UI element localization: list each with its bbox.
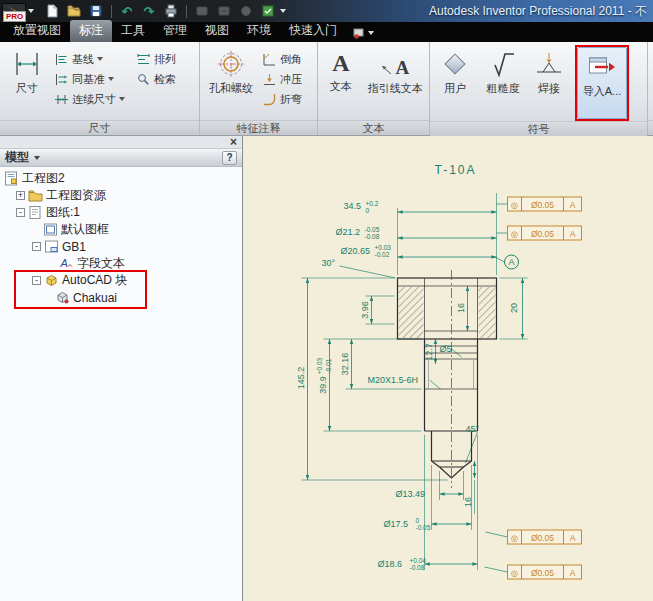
dim-39-9: 39.9 xyxy=(318,376,328,394)
expander-plus-icon[interactable]: + xyxy=(16,191,25,200)
dim-45deg: 45° xyxy=(466,424,480,434)
tab-annotate[interactable]: 标注 xyxy=(70,20,112,42)
panel-label-text[interactable]: 文本 xyxy=(318,120,429,135)
surface-texture-button[interactable]: 粗糙度 xyxy=(477,45,529,121)
dimension-button[interactable]: 尺寸 xyxy=(3,45,51,120)
surface-texture-label: 粗糙度 xyxy=(487,82,520,94)
tab-tools[interactable]: 工具 xyxy=(112,20,154,42)
tab-place-views[interactable]: 放置视图 xyxy=(4,20,70,42)
fcf-datum: A xyxy=(570,200,576,210)
tree-item-drawing2[interactable]: 工程图2 xyxy=(0,170,242,187)
chain-dimension-button[interactable]: 连续尺寸 xyxy=(51,89,133,109)
application-menu-button[interactable]: PRO xyxy=(2,0,38,22)
fcf-symbol: ◎ xyxy=(511,533,518,543)
bend-label: 折弯 xyxy=(280,92,302,107)
user-symbol-icon xyxy=(440,49,470,79)
tree-label-gb1: GB1 xyxy=(62,240,86,254)
panel-label-dimension[interactable]: 尺寸 xyxy=(0,120,199,135)
browser-tree: 工程图2 + 工程图资源 - 图纸:1 默认图框 - GB1 xyxy=(0,167,242,601)
tree-item-sheet1[interactable]: - 图纸:1 xyxy=(0,204,242,221)
qat-overflow-caret-icon[interactable] xyxy=(280,9,286,13)
same-datum-caret-icon xyxy=(108,77,114,81)
text-button[interactable]: A 文本 xyxy=(321,45,361,120)
same-datum-icon xyxy=(54,72,69,87)
tab-view[interactable]: 视图 xyxy=(196,20,238,42)
dim-20-65: Ø20.65 xyxy=(341,246,371,256)
dim-17-5: Ø17.5 xyxy=(384,519,409,529)
baseline-dimension-button[interactable]: 基线 xyxy=(51,49,133,69)
open-folder-icon xyxy=(66,3,82,19)
new-document-button[interactable] xyxy=(42,2,62,20)
redo-icon: ↷ xyxy=(144,5,155,18)
drawing-canvas[interactable]: ◎ Ø0.05 A ◎ Ø0.05 A ◎ Ø0.05 A ◎ xyxy=(243,136,653,601)
panel-label-feature-notes[interactable]: 特征注释 xyxy=(200,120,317,135)
fcf-datum: A xyxy=(570,533,576,543)
tree-label-drawing2: 工程图2 xyxy=(22,170,65,187)
ribbon-options-button[interactable] xyxy=(352,27,374,42)
save-button[interactable] xyxy=(86,2,106,20)
app-menu-caret-icon xyxy=(28,9,34,13)
import-autocad-button[interactable]: 导入A... xyxy=(577,47,627,119)
hole-thread-note-button[interactable]: 孔和螺纹 xyxy=(203,45,259,120)
redo-button[interactable]: ↷ xyxy=(139,2,159,20)
tab-manage[interactable]: 管理 xyxy=(154,20,196,42)
expander-minus-icon[interactable]: - xyxy=(16,208,25,217)
open-button[interactable] xyxy=(64,2,84,20)
undo-button[interactable]: ↶ xyxy=(117,2,137,20)
tree-item-chakuai[interactable]: Chakuai xyxy=(0,289,242,306)
bend-note-button[interactable]: 折弯 xyxy=(259,89,311,109)
appearance-button[interactable] xyxy=(236,2,256,20)
border-frame-icon xyxy=(43,222,58,237)
close-browser-button[interactable]: × xyxy=(225,137,242,148)
retrieve-button[interactable]: 检索 xyxy=(133,69,189,89)
measure-button[interactable] xyxy=(214,2,234,20)
dim-12-7: 12.7 xyxy=(424,343,434,361)
dim-21-2: Ø21.2 xyxy=(336,227,361,237)
fcf-datum: A xyxy=(570,229,576,239)
arrange-button[interactable]: 排列 xyxy=(133,49,189,69)
tab-get-started[interactable]: 快速入门 xyxy=(280,20,346,42)
punch-note-button[interactable]: 冲压 xyxy=(259,69,311,89)
expander-minus-icon[interactable]: - xyxy=(32,276,41,285)
tree-item-field-text[interactable]: A 字段文本 xyxy=(0,255,242,272)
update-button[interactable] xyxy=(258,2,278,20)
save-icon xyxy=(88,3,104,19)
chamfer-note-button[interactable]: 倒角 xyxy=(259,49,311,69)
panel-label-symbols[interactable]: 符号 xyxy=(430,121,647,136)
same-datum-button[interactable]: 同基准 xyxy=(51,69,133,89)
drawing-canvas-area[interactable]: ◎ Ø0.05 A ◎ Ø0.05 A ◎ Ø0.05 A ◎ xyxy=(243,136,653,601)
panel-text: A 文本 A 指引线文本 文本 xyxy=(318,42,430,135)
chamfer-label: 倒角 xyxy=(280,52,302,67)
dim-18-6: Ø18.6 xyxy=(378,559,403,569)
browser-header[interactable]: 模型 ? xyxy=(0,149,242,167)
print-button[interactable] xyxy=(161,2,181,20)
fcf-frame-2: ◎ Ø0.05 A xyxy=(508,226,582,240)
tree-item-default-border[interactable]: 默认图框 xyxy=(0,221,242,238)
new-document-icon xyxy=(44,3,60,19)
toolbar-separator xyxy=(186,5,187,18)
svg-text:A: A xyxy=(60,257,68,269)
field-text-icon: A xyxy=(59,256,74,271)
tree-item-autocad-block[interactable]: - AutoCAD 块 xyxy=(0,272,242,289)
dim-16-top: 16 xyxy=(456,303,466,313)
ribbon-filler xyxy=(648,42,653,135)
punch-icon xyxy=(262,72,277,87)
text-label: 文本 xyxy=(330,80,352,92)
folder-icon xyxy=(28,188,43,203)
leader-text-button[interactable]: A 指引线文本 xyxy=(365,45,426,120)
weld-symbol-button[interactable]: 焊接 xyxy=(529,45,569,121)
fcf-frame-1: ◎ Ø0.05 A xyxy=(508,197,582,211)
tree-item-gb1[interactable]: - GB1 xyxy=(0,238,242,255)
svg-text:+0.2: +0.2 xyxy=(366,200,379,207)
user-symbol-button[interactable]: 用户 xyxy=(433,45,477,121)
retrieve-icon xyxy=(136,72,151,87)
bend-icon xyxy=(262,92,277,107)
expander-minus-icon[interactable]: - xyxy=(32,242,41,251)
same-datum-label: 同基准 xyxy=(72,72,105,87)
hole-thread-icon xyxy=(216,49,246,79)
tab-environments[interactable]: 环境 xyxy=(238,20,280,42)
rotate-view-button[interactable] xyxy=(192,2,212,20)
punch-label: 冲压 xyxy=(280,72,302,87)
tree-item-drawing-resources[interactable]: + 工程图资源 xyxy=(0,187,242,204)
help-button[interactable]: ? xyxy=(222,151,237,165)
